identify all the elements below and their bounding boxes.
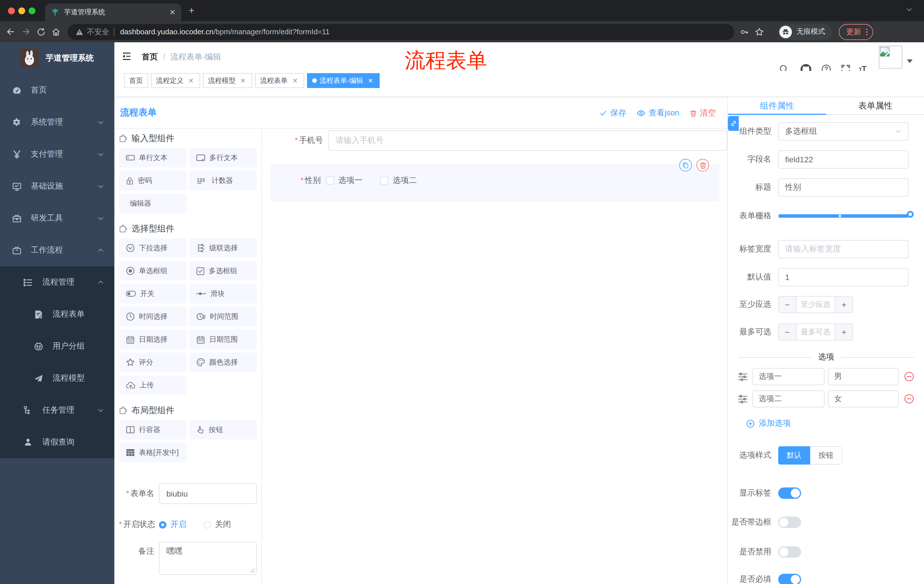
resize-grip-icon[interactable]	[250, 568, 255, 573]
sidebar-item-基础设施[interactable]: 基础设施	[0, 170, 114, 202]
toggle-是否禁用[interactable]	[778, 546, 801, 558]
title-input[interactable]: 性别	[778, 178, 909, 197]
component-时间范围[interactable]: 时间范围	[189, 307, 257, 326]
drag-handle-icon[interactable]	[738, 372, 748, 381]
checkbox-box[interactable]	[380, 176, 388, 184]
avatar[interactable]	[879, 46, 902, 69]
minus-button[interactable]: −	[779, 296, 796, 313]
tag-首页[interactable]: 首页	[124, 73, 148, 88]
breadcrumb-home[interactable]: 首页	[142, 52, 158, 62]
form-canvas[interactable]: *手机号 请输入手机号 *性别 选项一选项二	[262, 128, 727, 584]
sidebar-collapse-icon[interactable]	[121, 51, 132, 62]
sidebar-item-研发工具[interactable]: 研发工具	[0, 202, 114, 234]
delete-field-button[interactable]	[696, 159, 709, 171]
grid-slider[interactable]	[778, 211, 909, 221]
remove-option-icon[interactable]	[904, 394, 914, 404]
component-上传[interactable]: 上传	[119, 375, 186, 395]
tag-close-icon[interactable]: ✕	[187, 77, 195, 85]
component-颜色选择[interactable]: 颜色选择	[189, 352, 257, 372]
bookmark-star-icon[interactable]	[755, 27, 764, 36]
label-width-input[interactable]: 请输入标签宽度	[778, 240, 909, 258]
toggle-显示标签[interactable]	[778, 487, 801, 499]
tag-流程表单-编辑[interactable]: 流程表单-编辑✕	[307, 73, 380, 88]
tag-close-icon[interactable]: ✕	[366, 77, 375, 85]
save-button[interactable]: 保存	[599, 108, 626, 118]
browser-update-button[interactable]: 更新	[839, 24, 873, 40]
option-value-input[interactable]: 女	[828, 390, 899, 408]
home-icon[interactable]	[51, 27, 61, 36]
sidebar-item-流程管理[interactable]: 流程管理	[0, 266, 114, 298]
component-单行文本[interactable]: 单行文本	[119, 148, 186, 168]
component-编辑器[interactable]: 编辑器	[119, 194, 186, 213]
component-多选框组[interactable]: 多选框组	[189, 261, 257, 281]
component-开关[interactable]: 开关	[119, 284, 186, 303]
gender-field-selected[interactable]: *性别 选项一选项二	[271, 164, 719, 202]
component-单选框组[interactable]: 单选框组	[119, 261, 186, 281]
component-滑块[interactable]: 滑块	[189, 284, 257, 303]
component-级联选择[interactable]: 级联选择	[189, 238, 257, 258]
slider-handle[interactable]	[907, 211, 914, 218]
back-icon[interactable]	[6, 27, 15, 36]
view-json-button[interactable]: 查看json	[637, 108, 679, 118]
plus-button[interactable]: +	[835, 296, 853, 313]
password-key-icon[interactable]	[740, 27, 749, 36]
tab-component-props[interactable]: 组件属性	[728, 100, 826, 112]
user-dropdown-caret-icon[interactable]	[907, 59, 912, 63]
component-计数器[interactable]: 123计数器	[189, 171, 257, 190]
sidebar-item-工作流程[interactable]: 工作流程	[0, 234, 114, 266]
tag-流程模型[interactable]: 流程模型✕	[203, 73, 252, 88]
remove-option-icon[interactable]	[904, 372, 914, 382]
status-radio-off[interactable]: 关闭	[203, 520, 231, 530]
url-bar[interactable]: 不安全 dashboard.yudao.iocoder.cn/bpm/manag…	[68, 24, 734, 40]
sidebar-item-支付管理[interactable]: 支付管理	[0, 138, 114, 170]
mac-zoom-button[interactable]	[29, 7, 35, 14]
sidebar-item-流程表单[interactable]: 流程表单	[0, 298, 114, 330]
drag-handle-icon[interactable]	[738, 395, 748, 403]
browser-menu-icon[interactable]	[866, 28, 868, 36]
option-value-input[interactable]: 男	[828, 368, 899, 385]
component-按钮[interactable]: 按钮	[189, 420, 257, 439]
sidebar-item-系统管理[interactable]: 系统管理	[0, 106, 114, 138]
default-value-input[interactable]: 1	[778, 268, 909, 286]
sidebar-item-请假查询[interactable]: 请假查询	[0, 426, 114, 458]
add-option-button[interactable]: 添加选项	[746, 418, 791, 429]
sidebar-item-任务管理[interactable]: 任务管理	[0, 394, 114, 426]
component-type-select[interactable]: 多选框组	[778, 122, 909, 141]
option-label-input[interactable]: 选项二	[752, 390, 825, 408]
mac-close-button[interactable]	[8, 7, 15, 14]
minus-button[interactable]: −	[779, 324, 796, 340]
sidebar-item-用户分组[interactable]: 用户分组	[0, 330, 114, 362]
new-tab-button[interactable]: +	[189, 5, 195, 16]
browser-tab[interactable]: 芋道管理系统 ✕	[45, 3, 181, 21]
checkbox-选项二[interactable]: 选项二	[380, 175, 417, 186]
component-密码[interactable]: 密码	[119, 171, 186, 190]
component-行容器[interactable]: 行容器	[119, 420, 186, 439]
mac-minimize-button[interactable]	[18, 7, 25, 14]
checkbox-box[interactable]	[326, 176, 334, 184]
sidebar-item-流程模型[interactable]: 流程模型	[0, 362, 114, 394]
component-日期范围[interactable]: 日期范围	[189, 330, 257, 349]
tab-form-props[interactable]: 表单属性	[826, 100, 924, 112]
form-remark-textarea[interactable]: 嘿嘿	[159, 542, 257, 575]
tag-close-icon[interactable]: ✕	[291, 77, 299, 85]
component-时间选择[interactable]: 时间选择	[119, 307, 186, 326]
component-下拉选择[interactable]: 下拉选择	[119, 238, 186, 258]
option-style-按钮[interactable]: 按钮	[810, 446, 842, 465]
tag-close-icon[interactable]: ✕	[239, 77, 247, 85]
component-表格[开发中][interactable]: 表格[开发中]	[119, 443, 186, 462]
sidebar-item-首页[interactable]: 首页	[0, 74, 114, 106]
phone-field[interactable]: *手机号 请输入手机号	[262, 130, 727, 151]
clear-button[interactable]: 清空	[690, 108, 716, 118]
component-评分[interactable]: 评分	[119, 352, 186, 372]
component-日期选择[interactable]: 日期选择	[119, 330, 186, 349]
option-style-默认[interactable]: 默认	[778, 446, 810, 465]
forward-icon[interactable]	[21, 27, 31, 36]
toggle-是否必填[interactable]	[778, 574, 801, 584]
status-radio-on[interactable]: 开启	[159, 520, 186, 530]
option-label-input[interactable]: 选项一	[752, 368, 825, 385]
tag-流程定义[interactable]: 流程定义✕	[151, 73, 200, 88]
checkbox-选项一[interactable]: 选项一	[326, 175, 363, 186]
field-name-input[interactable]: field122	[778, 150, 909, 169]
tab-search-icon[interactable]	[906, 6, 912, 13]
copy-field-button[interactable]	[679, 159, 692, 171]
